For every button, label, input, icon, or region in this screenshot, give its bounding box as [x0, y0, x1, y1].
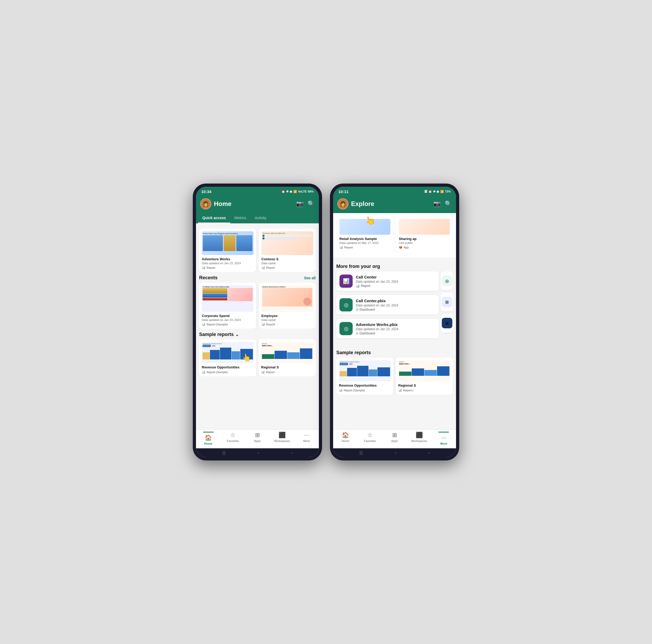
status-icons-2: 🖼 ⏰ ✱ ◉ 📶 73% — [425, 190, 451, 193]
call-center-pbix-card[interactable]: ◎ Call Center.pbix Data updated on Jan 2… — [336, 295, 439, 315]
org-partial-1: ◎ — [441, 271, 453, 290]
call-center-pbix-glyph: ◎ — [344, 302, 348, 308]
employee-type: 📊 Report — [262, 323, 313, 326]
employee-thumb: HUMAN RESOURCES SAMPLE — [262, 285, 313, 312]
nfc-icon-2: ◉ — [436, 190, 439, 193]
report-icon-ro2: 📊 — [339, 388, 343, 392]
sharing-app-card[interactable]: Sharing ap Last publis 📦 App — [396, 216, 453, 252]
apps-icon-1: ⊞ — [255, 432, 260, 439]
featured-cards-row: Retail Analysis Sample Data updated on M… — [336, 216, 453, 252]
adventure-pbix-card[interactable]: ◎ Adventure Works.pbix Data updated on J… — [336, 319, 439, 338]
adventure-works-card[interactable]: Total Sales by Region and Country Advent… — [199, 229, 256, 272]
report-icon-rt: 📊 — [339, 246, 343, 249]
nav-favorites-2[interactable]: ☆ Favorites — [362, 432, 378, 445]
bottom-nav-1: 🏠 Home ☆ Favorites ⊞ Apps ⬛ Workspaces ·… — [196, 429, 319, 448]
nav-workspaces-1[interactable]: ⬛ Workspaces — [274, 432, 290, 445]
revenue-opp-card-2[interactable]: Opportunity Analysis Report $1.97bn 444 — [336, 358, 393, 394]
report-icon-rg1: 📊 — [261, 370, 265, 374]
tab-activity[interactable]: Activity — [250, 213, 271, 223]
call-center-icon: 📊 — [339, 275, 353, 288]
call-center-pbix-type: ⊙ Dashboard — [356, 308, 436, 311]
nfc-icon: ◉ — [290, 190, 292, 193]
call-center-card[interactable]: 📊 Call Center Data updated on Jan 23, 20… — [336, 271, 439, 291]
nav-workspaces-2[interactable]: ⬛ Workspaces — [411, 432, 427, 445]
report-icon-ro1: 📊 — [202, 370, 206, 374]
android-back-2[interactable]: ‹ — [428, 450, 430, 455]
android-back-1[interactable]: ‹ — [291, 450, 293, 455]
org-partial-2: ⊞ — [441, 292, 453, 311]
report-icon-cs: 📊 — [202, 323, 206, 326]
call-center-pbix-info: Call Center.pbix Data updated on Jan 23,… — [356, 299, 436, 311]
battery-1: 68% — [308, 190, 314, 193]
adventure-works-date: Data updated on Jan 23, 2024 — [202, 261, 253, 265]
report-icon-e: 📊 — [262, 323, 265, 326]
contoso-card[interactable]: Revenue Optn by Sales Re... — [259, 229, 316, 272]
search-btn-2[interactable]: 🔍 — [445, 200, 452, 207]
regional-card-1[interactable]: SALES Sales Over... Regional S — [259, 339, 316, 376]
camera-btn-1[interactable]: 📷 — [296, 200, 303, 207]
org-left-col: 📊 Call Center Data updated on Jan 23, 20… — [336, 271, 439, 340]
adventure-works-type: 📊 Report — [202, 266, 253, 269]
time-1: 10:34 — [201, 189, 211, 194]
adventure-pbix-icon: ◎ — [339, 322, 353, 335]
android-home-1[interactable]: ○ — [257, 450, 260, 455]
sample-cards-1: Opportunity Analysis Report $1.97bn 444 — [199, 339, 316, 376]
more-label-1: More — [303, 439, 310, 443]
avatar-1[interactable]: 👩 — [200, 198, 211, 209]
favorites-label-2: Favorites — [364, 439, 376, 443]
search-btn-1[interactable]: 🔍 — [307, 200, 315, 207]
bottom-nav-2: 🏠 Home ☆ Favorites ⊞ Apps ⬛ Workspaces — [333, 429, 456, 448]
report-icon-c: 📊 — [262, 266, 265, 269]
revenue-opp-thumb-1: Opportunity Analysis Report $1.97bn 444 — [202, 342, 254, 363]
corporate-spend-type: 📊 Report (Sample) — [202, 323, 253, 326]
employee-card[interactable]: HUMAN RESOURCES SAMPLE Employee Data upd… — [259, 283, 316, 329]
regional-card-2[interactable]: SALES Sales Over... — [396, 358, 453, 394]
android-menu-1[interactable]: ||| — [222, 450, 225, 455]
app-icon-sh: 📦 — [399, 246, 403, 249]
home-label-1: Home — [204, 442, 212, 445]
workspaces-label-2: Workspaces — [411, 439, 427, 443]
tab-metrics[interactable]: Metrics — [230, 213, 250, 223]
nav-more-2[interactable]: ··· More — [436, 432, 452, 445]
call-center-pbix-date: Data updated on Jan 23, 2024 — [356, 304, 436, 307]
apps-label-1: Apps — [254, 439, 261, 443]
android-home-2[interactable]: ○ — [394, 450, 397, 455]
adventure-works-thumb: Total Sales by Region and Country — [202, 231, 253, 255]
contoso-title: Contoso S — [262, 257, 313, 261]
home-icon-2: 🏠 — [342, 432, 349, 439]
phone-1: 10:34 ⏰ ✱ ◉ 📶 VoLTE 68% 👩 Home 📷 — [193, 184, 322, 460]
nav-apps-1[interactable]: ⊞ Apps — [249, 432, 265, 445]
contoso-date: Data updat — [262, 261, 313, 265]
revenue-opp-type-2: 📊 Report (Sample) — [339, 388, 391, 392]
org-cards-wrapper: 📊 Call Center Data updated on Jan 23, 20… — [336, 271, 453, 340]
regional-thumb-2: SALES Sales Over... — [398, 360, 450, 381]
see-all-recents[interactable]: See all — [304, 276, 316, 280]
top-bar-1: 👩 Home 📷 🔍 — [196, 196, 319, 213]
status-bar-2: 10:11 🖼 ⏰ ✱ ◉ 📶 73% — [333, 187, 456, 196]
tab-quick-access[interactable]: Quick access — [198, 213, 230, 223]
camera-btn-2[interactable]: 📷 — [433, 200, 440, 207]
sharing-date: Last publis — [399, 241, 450, 245]
adventure-pbix-name: Adventure Works.pbix — [356, 322, 436, 327]
nav-home-1[interactable]: 🏠 Home — [200, 432, 216, 445]
recents-title: Recents — [199, 275, 218, 281]
regional-type-1: 📊 Report — [261, 370, 313, 374]
android-menu-2[interactable]: ||| — [359, 450, 363, 455]
top-bar-right-1: 📷 🔍 — [296, 200, 315, 207]
nav-more-1[interactable]: ··· More — [299, 432, 315, 445]
status-icons-1: ⏰ ✱ ◉ 📶 VoLTE 68% — [281, 190, 314, 193]
org-partial-3: ⊞ — [441, 313, 453, 333]
more-icon-1: ··· — [304, 432, 309, 439]
contoso-type: 📊 Report — [262, 266, 313, 269]
nav-home-2[interactable]: 🏠 Home — [337, 432, 353, 445]
revenue-opp-card-1[interactable]: Opportunity Analysis Report $1.97bn 444 — [199, 339, 256, 376]
nav-apps-2[interactable]: ⊞ Apps — [387, 432, 403, 445]
home-label-2: Home — [342, 439, 349, 443]
corporate-spend-card[interactable]: IT SPEND ANALYSIS SAMPLE PBIX — [199, 283, 256, 329]
nav-favorites-1[interactable]: ☆ Favorites — [225, 432, 241, 445]
avatar-2[interactable]: 👩 — [337, 198, 348, 209]
org-partial-icon-1: ◎ — [442, 276, 452, 286]
corporate-spend-date: Data updated on Jan 23, 2024 — [202, 318, 253, 321]
wifi-icon-2: 📶 — [440, 190, 444, 193]
home-icon-1: 🏠 — [205, 435, 212, 441]
